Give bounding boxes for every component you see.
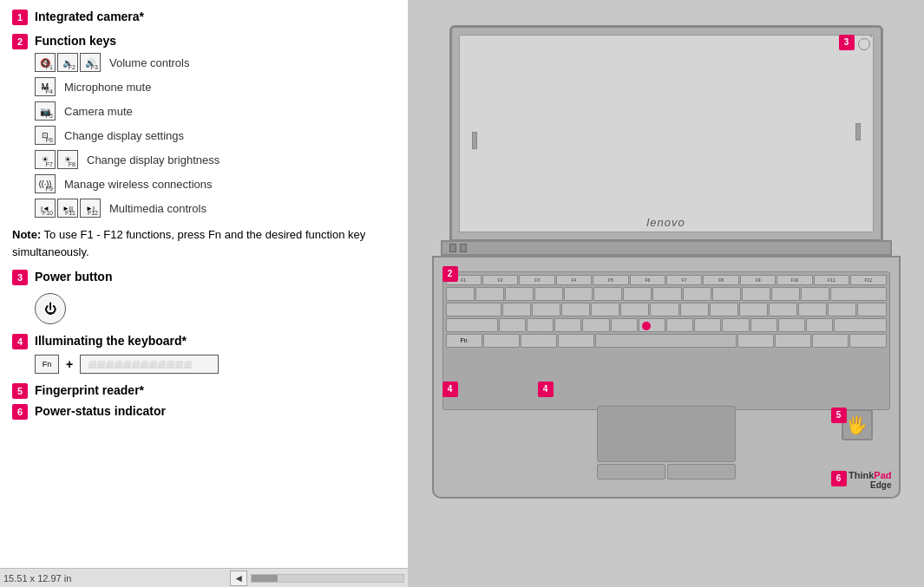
hinge-port-1 [449,244,456,252]
lenovo-brand: lenovo [646,216,685,229]
key-group-mic: M F4 [35,77,56,96]
scroll-left-arrow[interactable]: ◄ [230,571,247,586]
key-row-bottom: Fn [443,333,889,349]
annotation-badge-4a: 4 [442,382,458,397]
key-f8: ☀ F8 [57,150,78,169]
key-f1: 🔇 F1 [35,53,56,72]
left-panel: 1 Integrated camera* 2 Function keys 🔇 F… [0,0,408,587]
key-f4: M F4 [35,77,56,96]
space-key-wide: ⬜⬜⬜⬜⬜⬜⬜⬜⬜⬜⬜⬜ [80,355,219,374]
fk-12: F12 [850,275,886,285]
scroll-thumb [252,575,278,582]
screen-inner [459,35,874,232]
power-dot [858,38,870,50]
fk-7: F7 [666,275,702,285]
key-f3: 🔊 F3 [80,53,101,72]
trackpoint [642,322,651,330]
fn-key-small: Fn [35,355,59,374]
fk-10: F10 [777,275,812,285]
key-row-1 [443,286,889,302]
fn-key-bottom: Fn [446,334,482,348]
fn-row-wireless: ((·)) F9 Manage wireless connections [35,174,396,193]
fn-row-camera: 📷 F5 Camera mute [35,101,396,121]
tp-left-btn [597,464,665,479]
power-button-content: ⏻ [35,290,396,324]
key-f7: ☀ F7 [35,150,56,169]
title-power-button: Power button [35,269,112,286]
fk-3: F3 [519,275,554,285]
laptop-screen: lenovo 3 [449,25,883,242]
fingerprint-icon: 🖐 [846,414,868,435]
note-bold: Note: [12,228,41,241]
fk-9: F9 [740,275,776,285]
fk-6: F6 [630,275,665,285]
key-f9: ((·)) F9 [35,174,56,193]
key-f5: 📷 F5 [35,101,56,121]
fk-4: F4 [556,275,592,285]
power-indicator [858,38,870,50]
plus-sign: + [66,357,73,371]
fn-row-media: |◄ F10 ►|| F11 ►| F12 Multimedia control… [35,199,396,218]
section-keyboard-illumination: 4 Illuminating the keyboard* [12,333,396,350]
function-keys-content: 🔇 F1 🔉 F2 🔊 F3 Volume controls [35,53,396,218]
tp-right-btn [667,464,736,479]
spacebar [595,334,737,348]
label-multimedia: Multimedia controls [109,202,206,215]
key-group-camera: 📷 F5 [35,101,56,121]
key-row-2 [443,302,889,317]
laptop-base: F1 F2 F3 F4 F5 F6 F7 F8 F9 F10 F11 F12 [432,256,901,499]
fn-row-volume: 🔇 F1 🔉 F2 🔊 F3 Volume controls [35,53,396,72]
title-function-keys: Function keys [35,33,116,50]
status-bar: 15.51 x 12.97 in ◄ [0,568,408,587]
section-power-status: 6 Power-status indicator [12,403,396,421]
thinkpad-logo-line1: ThinkPad [849,470,892,480]
section-fingerprint: 5 Fingerprint reader* [12,382,396,400]
left-content: 1 Integrated camera* 2 Function keys 🔇 F… [0,0,408,568]
keyboard-illumination-content: Fn + ⬜⬜⬜⬜⬜⬜⬜⬜⬜⬜⬜⬜ [35,355,396,374]
key-group-wireless: ((·)) F9 [35,174,56,193]
fn-row-mic: M F4 Microphone mute [35,77,396,96]
key-f6: ⊡ F6 [35,126,56,145]
key-group-display: ⊡ F6 [35,126,56,145]
label-wireless: Manage wireless connections [64,178,213,191]
power-icon: ⏻ [44,302,56,316]
label-camera: Camera mute [64,105,133,118]
title-power-status: Power-status indicator [35,403,166,421]
touchpad [597,406,736,462]
annotation-badge-4b: 4 [538,382,554,397]
key-f10: |◄ F10 [35,199,56,218]
thinkpad-logo-line2: Edge [849,480,892,490]
section-function-keys: 2 Function keys [12,33,396,50]
title-keyboard-illumination: Illuminating the keyboard* [35,333,187,350]
key-f11: ►|| F11 [57,199,78,218]
keyboard-area: F1 F2 F3 F4 F5 F6 F7 F8 F9 F10 F11 F12 [442,271,890,410]
annotation-badge-6: 6 [831,471,847,486]
fk-5: F5 [593,275,628,285]
fk-11: F11 [814,275,849,285]
title-fingerprint: Fingerprint reader* [35,382,144,400]
label-mic: Microphone mute [64,81,151,94]
illum-row: Fn + ⬜⬜⬜⬜⬜⬜⬜⬜⬜⬜⬜⬜ [35,355,396,374]
badge-6: 6 [12,404,28,420]
key-group-volume: 🔇 F1 🔉 F2 🔊 F3 [35,53,101,72]
screen-right-notch [855,123,861,140]
fk-2: F2 [482,275,518,285]
label-brightness: Change display brightness [87,153,220,166]
note-text: To use F1 - F12 functions, press Fn and … [12,228,365,258]
badge-3: 3 [12,270,28,285]
section-integrated-camera: 1 Integrated camera* [12,9,396,26]
thinkpad-logo: ThinkPad Edge [849,470,892,490]
label-display-settings: Change display settings [64,129,184,142]
badge-4: 4 [12,334,28,349]
right-panel: lenovo 3 F1 F2 [408,0,924,587]
badge-5: 5 [12,383,28,399]
fk-8: F8 [703,275,738,285]
laptop-illustration: lenovo 3 F1 F2 [423,25,909,563]
title-integrated-camera: Integrated camera* [35,9,144,26]
touchpad-buttons [597,464,736,479]
scroll-track[interactable] [251,574,404,583]
screen-left-notch [472,132,477,149]
fn-key-row-display: F1 F2 F3 F4 F5 F6 F7 F8 F9 F10 F11 F12 [443,272,889,286]
key-group-media: |◄ F10 ►|| F11 ►| F12 [35,199,101,218]
key-group-brightness: ☀ F7 ☀ F8 [35,150,78,169]
